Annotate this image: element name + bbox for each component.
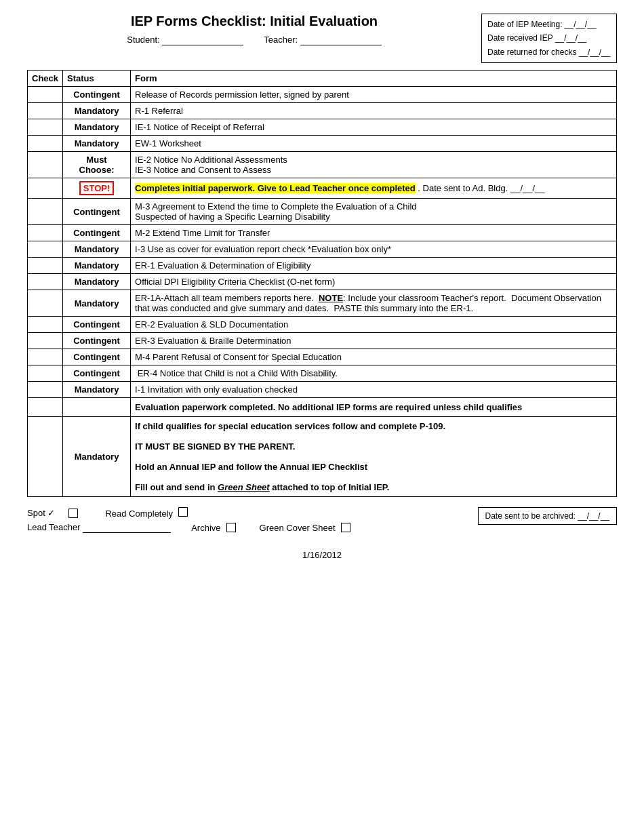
table-row-stop: STOP! Completes initial paperwork. Give … — [28, 178, 617, 199]
form-cell: M-2 Extend Time Limit for Transfer — [131, 225, 617, 241]
status-cell-stop: STOP! — [63, 178, 131, 199]
stop-highlight-text: Completes initial paperwork. Give to Lea… — [135, 183, 416, 193]
check-cell[interactable] — [28, 382, 63, 398]
student-label: Student: — [127, 35, 243, 45]
table-row: Mandatory Official DPI Eligibility Crite… — [28, 274, 617, 290]
form-cell: Official DPI Eligibility Criteria Checkl… — [131, 274, 617, 290]
table-row: Contingent ER-2 Evaluation & SLD Documen… — [28, 317, 617, 333]
status-cell: Mandatory — [63, 258, 131, 274]
status-cell: Contingent — [63, 349, 131, 365]
check-cell[interactable] — [28, 290, 63, 317]
status-cell: Mandatory — [63, 241, 131, 258]
student-field[interactable] — [162, 35, 243, 45]
spot-check-box[interactable] — [68, 509, 78, 518]
lead-teacher-label: Lead Teacher — [27, 522, 171, 533]
check-cell[interactable] — [28, 349, 63, 365]
status-cell: MustChoose: — [63, 152, 131, 178]
qualifies-line2: IT MUST BE SIGNED BY THE PARENT. — [135, 441, 612, 452]
table-row: Contingent M-4 Parent Refusal of Consent… — [28, 349, 617, 365]
check-cell[interactable] — [28, 317, 63, 333]
check-cell[interactable] — [28, 152, 63, 178]
form-cell-note: ER-1A-Attach all team members reports he… — [131, 290, 617, 317]
note-underline: NOTE — [319, 293, 343, 303]
check-cell[interactable] — [28, 333, 63, 349]
check-cell[interactable] — [28, 178, 63, 199]
table-row: Mandatory IE-1 Notice of Receipt of Refe… — [28, 119, 617, 136]
status-cell-empty — [63, 398, 131, 417]
qualifies-line4: Fill out and send in Green Sheet attache… — [135, 482, 612, 492]
form-cell: ER-4 Notice that Child is not a Child Wi… — [131, 365, 617, 382]
col-header-check: Check — [28, 71, 63, 87]
check-cell[interactable] — [28, 225, 63, 241]
form-cell-stop: Completes initial paperwork. Give to Lea… — [131, 178, 617, 199]
check-cell[interactable] — [28, 199, 63, 225]
green-cover-sheet-checkbox[interactable] — [341, 523, 350, 532]
stop-label: STOP! — [79, 181, 115, 195]
table-row: Mandatory EW-1 Worksheet — [28, 136, 617, 152]
status-cell: Mandatory — [63, 274, 131, 290]
check-cell[interactable] — [28, 417, 63, 497]
check-cell[interactable] — [28, 398, 63, 417]
check-cell[interactable] — [28, 365, 63, 382]
status-cell: Contingent — [63, 333, 131, 349]
table-row: Mandatory R-1 Referral — [28, 103, 617, 119]
form-cell: I-3 Use as cover for evaluation report c… — [131, 241, 617, 258]
col-header-status: Status — [63, 71, 131, 87]
form-cell-qualifies: If child qualifies for special education… — [131, 417, 617, 497]
check-cell[interactable] — [28, 274, 63, 290]
page-date: 1/16/2012 — [27, 550, 617, 560]
table-row: Mandatory I-1 Invitation with only evalu… — [28, 382, 617, 398]
footer-date-archived-box: Date sent to be archived: __/__/__ — [478, 507, 617, 525]
status-cell: Mandatory — [63, 119, 131, 136]
green-cover-sheet-item: Green Cover Sheet — [260, 523, 350, 533]
status-cell: Mandatory — [63, 103, 131, 119]
table-row: Mandatory ER-1 Evaluation & Determinatio… — [28, 258, 617, 274]
status-cell: Contingent — [63, 365, 131, 382]
page-title: IEP Forms Checklist: Initial Evaluation — [27, 14, 481, 29]
archive-item: Archive — [191, 523, 235, 533]
status-cell: Mandatory — [63, 382, 131, 398]
status-cell: Mandatory — [63, 417, 131, 497]
spot-label: Spot ✓ — [27, 508, 55, 518]
check-cell[interactable] — [28, 87, 63, 103]
qualifies-line1: If child qualifies for special education… — [135, 421, 612, 431]
table-row: Contingent ER-3 Evaluation & Braille Det… — [28, 333, 617, 349]
table-row: Mandatory ER-1A-Attach all team members … — [28, 290, 617, 317]
table-row: Contingent ER-4 Notice that Child is not… — [28, 365, 617, 382]
check-cell[interactable] — [28, 241, 63, 258]
footer-left: Spot ✓ Read Completely Lead Teacher Arch… — [27, 507, 478, 536]
check-cell[interactable] — [28, 103, 63, 119]
read-completely-item: Read Completely — [105, 507, 187, 519]
form-cell: ER-3 Evaluation & Braille Determination — [131, 333, 617, 349]
table-row: Contingent M-3 Agreement to Extend the t… — [28, 199, 617, 225]
check-cell[interactable] — [28, 258, 63, 274]
form-cell: IE-1 Notice of Receipt of Referral — [131, 119, 617, 136]
form-cell: IE-2 Notice No Additional Assessments IE… — [131, 152, 617, 178]
form-cell: Release of Records permission letter, si… — [131, 87, 617, 103]
read-completely-checkbox[interactable] — [178, 507, 188, 517]
teacher-field[interactable] — [300, 35, 382, 45]
form-cell: ER-2 Evaluation & SLD Documentation — [131, 317, 617, 333]
form-cell: M-4 Parent Refusal of Consent for Specia… — [131, 349, 617, 365]
status-cell: Contingent — [63, 225, 131, 241]
form-cell: I-1 Invitation with only evaluation chec… — [131, 382, 617, 398]
status-cell: Contingent — [63, 317, 131, 333]
status-cell: Contingent — [63, 87, 131, 103]
archive-checkbox[interactable] — [226, 523, 236, 532]
qualifies-line3: Hold an Annual IEP and follow the Annual… — [135, 462, 612, 472]
footer-row1: Spot ✓ Read Completely — [27, 507, 478, 519]
spot-checkbox — [68, 509, 78, 518]
teacher-label: Teacher: — [264, 35, 382, 45]
status-cell: Contingent — [63, 199, 131, 225]
table-row: MustChoose: IE-2 Notice No Additional As… — [28, 152, 617, 178]
stop-suffix: . Date sent to Ad. Bldg. __/__/__ — [416, 183, 545, 193]
form-cell: R-1 Referral — [131, 103, 617, 119]
check-cell[interactable] — [28, 119, 63, 136]
status-cell: Mandatory — [63, 136, 131, 152]
lead-teacher-field[interactable] — [83, 522, 171, 533]
green-sheet-label: Green Sheet — [218, 482, 270, 492]
check-cell[interactable] — [28, 136, 63, 152]
checklist-table: Check Status Form Contingent Release of … — [27, 70, 617, 497]
table-row-eval: Evaluation paperwork completed. No addit… — [28, 398, 617, 417]
table-row-qualifies: Mandatory If child qualifies for special… — [28, 417, 617, 497]
